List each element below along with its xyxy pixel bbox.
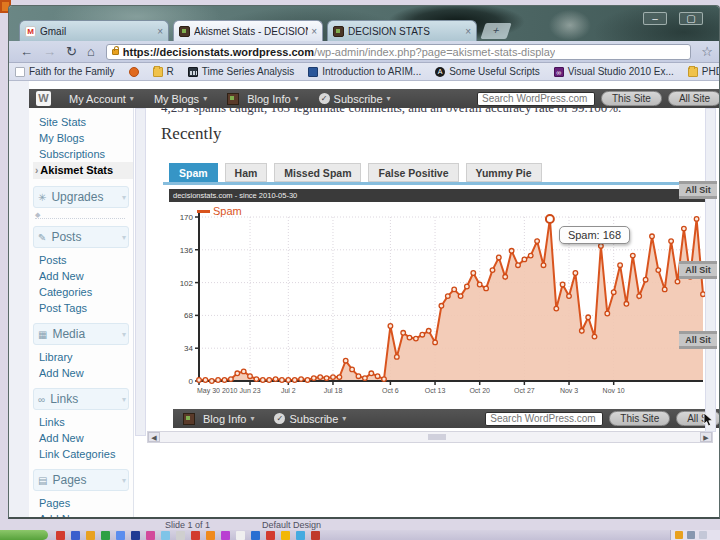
sidebar-section-links[interactable]: ∞Links▾ (33, 388, 129, 410)
folder-icon (153, 67, 163, 77)
taskbar-app-icon[interactable] (296, 531, 305, 540)
taskbar-app-icon[interactable] (191, 531, 200, 540)
admin-bar-item-my-blogs[interactable]: My Blogs▾ (154, 93, 207, 105)
sidebar-section-posts[interactable]: ✎Posts▾ (33, 226, 129, 248)
wordpress-logo-icon[interactable]: W (36, 91, 51, 106)
taskbar-app-icon[interactable] (221, 531, 230, 540)
taskbar-app-icon[interactable] (236, 531, 245, 540)
taskbar-app-icon[interactable] (311, 531, 320, 540)
sidebar-item-label: Akismet Stats (40, 164, 113, 176)
admin-bar-item-label: My Blogs (154, 93, 199, 105)
bookmarks-bar: Faith for the FamilyRTime Series Analysi… (9, 63, 719, 81)
scroll-right-icon[interactable]: ▶ (700, 432, 712, 442)
minimize-button[interactable]: – (643, 12, 667, 25)
browser-titlebar[interactable]: – ▢ MGmail×Akismet Stats - DECISION ...×… (9, 6, 719, 41)
taskbar-app-icon[interactable] (131, 531, 140, 540)
tab-close-icon[interactable]: × (465, 26, 471, 37)
maximize-button[interactable]: ▢ (679, 12, 703, 25)
sidebar-item-add-new[interactable]: Add New (39, 268, 133, 284)
admin-bar-button-this-site[interactable]: This Site (609, 411, 670, 426)
sidebar-section-media[interactable]: ▦Media▾ (33, 323, 129, 345)
tray-icon (687, 531, 695, 539)
browser-tab[interactable]: MGmail× (19, 20, 169, 41)
taskbar-app-icon[interactable] (161, 531, 170, 540)
admin-bar-button-this-site[interactable]: This Site (601, 91, 662, 106)
bookmark-item[interactable]: Introduction to ARIM... (308, 66, 421, 77)
admin-bar-item-subscribe[interactable]: ✓Subscribe▾ (274, 413, 346, 425)
tab-close-icon[interactable]: × (157, 26, 163, 37)
sidebar-item-pages[interactable]: Pages (39, 495, 133, 511)
page-icon: ▤ (38, 475, 47, 486)
taskbar-app-icon[interactable] (251, 531, 260, 540)
sidebar-item-links[interactable]: Links (39, 414, 133, 430)
sidebar-scrollbar[interactable] (135, 108, 146, 436)
admin-bar-item-my-account[interactable]: My Account▾ (69, 93, 134, 105)
tab-yummy-pie[interactable]: Yummy Pie (466, 163, 542, 182)
sidebar-item-posts[interactable]: Posts (39, 252, 133, 268)
taskbar-app-icon[interactable] (281, 531, 290, 540)
browser-tab[interactable]: Akismet Stats - DECISION ...× (173, 20, 323, 41)
sidebar-item-categories[interactable]: Categories (39, 284, 133, 300)
chevron-down-icon: ▾ (122, 476, 126, 485)
screen: – ▢ MGmail×Akismet Stats - DECISION ...×… (0, 0, 720, 540)
wordpress-search-input[interactable] (477, 92, 595, 106)
bookmark-item[interactable]: Time Series Analysis (188, 66, 294, 77)
admin-bar-button-all-site[interactable]: All Site (668, 91, 719, 106)
bookmark-item[interactable]: Faith for the Family (15, 66, 115, 77)
bookmark-item[interactable]: R (153, 66, 174, 77)
taskbar-app-icon[interactable] (56, 531, 65, 540)
address-bar[interactable]: https://decisionstats.wordpress.com /wp-… (106, 44, 692, 60)
bookmark-item[interactable]: PHD (688, 66, 719, 77)
browser-tab[interactable]: DECISION STATS× (327, 20, 477, 41)
sidebar-item-link-categories[interactable]: Link Categories (39, 446, 133, 462)
back-icon[interactable]: ← (20, 42, 33, 62)
https-lock-icon (112, 49, 119, 55)
tab-ham[interactable]: Ham (225, 163, 268, 182)
start-button[interactable] (0, 530, 48, 540)
taskbar-app-icon[interactable] (146, 531, 155, 540)
admin-bar-item-subscribe[interactable]: ✓Subscribe▾ (319, 93, 391, 105)
tab-missed-spam[interactable]: Missed Spam (274, 163, 361, 182)
bookmark-label: Introduction to ARIM... (322, 66, 421, 77)
admin-bar-item-blog-info[interactable]: Blog Info▾ (183, 413, 254, 425)
bookmark-item[interactable]: ASome Useful Scripts (435, 66, 540, 77)
tab-spam[interactable]: Spam (169, 163, 218, 182)
bookmark-item[interactable] (129, 67, 139, 77)
forward-icon[interactable]: → (43, 42, 56, 62)
taskbar-app-icon[interactable] (116, 531, 125, 540)
bookmark-item[interactable]: ∞Visual Studio 2010 Ex... (554, 66, 674, 77)
new-tab-button[interactable]: + (480, 23, 511, 39)
admin-bar-item-blog-info[interactable]: Blog Info▾ (227, 93, 298, 105)
chart-plot[interactable]: 03468102136170May 30 2010Jun 23Jul 2Jul … (169, 189, 707, 407)
sidebar-item-add-new[interactable]: Add New (39, 511, 133, 519)
scrollbar-thumb[interactable] (428, 434, 446, 440)
sidebar-item-akismet-stats[interactable]: ›Akismet Stats (33, 162, 133, 179)
wordpress-search-input[interactable] (485, 412, 603, 426)
taskbar-app-icon[interactable] (206, 531, 215, 540)
sidebar-item-post-tags[interactable]: Post Tags (39, 300, 133, 316)
reload-icon[interactable]: ↻ (66, 42, 77, 62)
sidebar-item-site-stats[interactable]: Site Stats (39, 114, 133, 130)
sidebar-item-add-new[interactable]: Add New (39, 430, 133, 446)
taskbar-app-icon[interactable] (86, 531, 95, 540)
sidebar-item-my-blogs[interactable]: My Blogs (39, 130, 133, 146)
taskbar-app-icon[interactable] (101, 531, 110, 540)
sidebar-item-subscriptions[interactable]: Subscriptions (39, 146, 133, 162)
bookmark-star-icon[interactable]: ☆ (701, 44, 713, 59)
sidebar-section-upgrades[interactable]: ✳Upgrades▾ (33, 186, 129, 208)
decisionstats-favicon-icon (179, 26, 190, 37)
scroll-left-icon[interactable]: ◀ (148, 432, 160, 442)
home-icon[interactable]: ⌂ (87, 42, 95, 62)
taskbar-app-icon[interactable] (266, 531, 275, 540)
sidebar-section-pages[interactable]: ▤Pages▾ (33, 469, 129, 491)
svg-text:68: 68 (184, 311, 193, 320)
taskbar-app-icon[interactable] (71, 531, 80, 540)
sidebar-item-add-new[interactable]: Add New (39, 365, 133, 381)
taskbar-app-icon[interactable] (176, 531, 185, 540)
tray-icon (699, 531, 707, 539)
tab-false-positive[interactable]: False Positive (368, 163, 458, 182)
tab-close-icon[interactable]: × (311, 26, 317, 37)
sidebar-item-library[interactable]: Library (39, 349, 133, 365)
horizontal-scrollbar[interactable]: ◀ ▶ (147, 431, 713, 443)
app-icon (129, 67, 139, 77)
